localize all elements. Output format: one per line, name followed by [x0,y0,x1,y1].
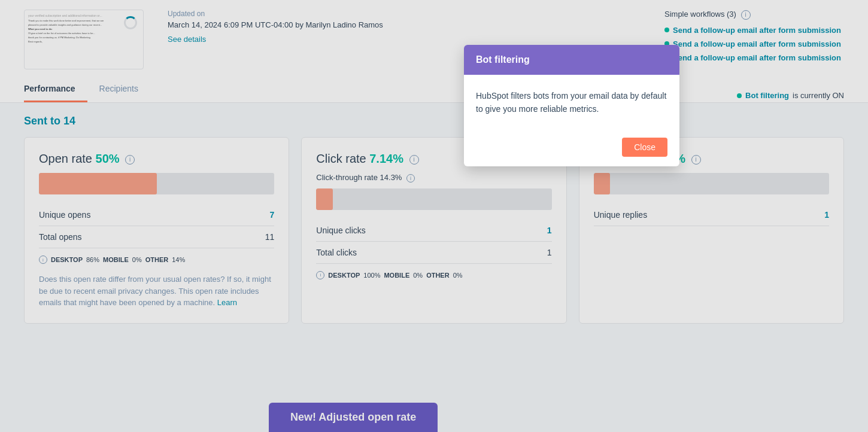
modal-close-button[interactable]: Close [622,138,667,157]
modal-overlay[interactable]: Bot filtering HubSpot filters bots from … [0,0,868,432]
modal-title: Bot filtering [476,54,530,65]
modal-footer: Close [464,130,679,166]
modal-header: Bot filtering [464,45,679,75]
modal-body: HubSpot filters bots from your email dat… [464,75,679,130]
bot-filtering-modal: Bot filtering HubSpot filters bots from … [464,45,679,166]
